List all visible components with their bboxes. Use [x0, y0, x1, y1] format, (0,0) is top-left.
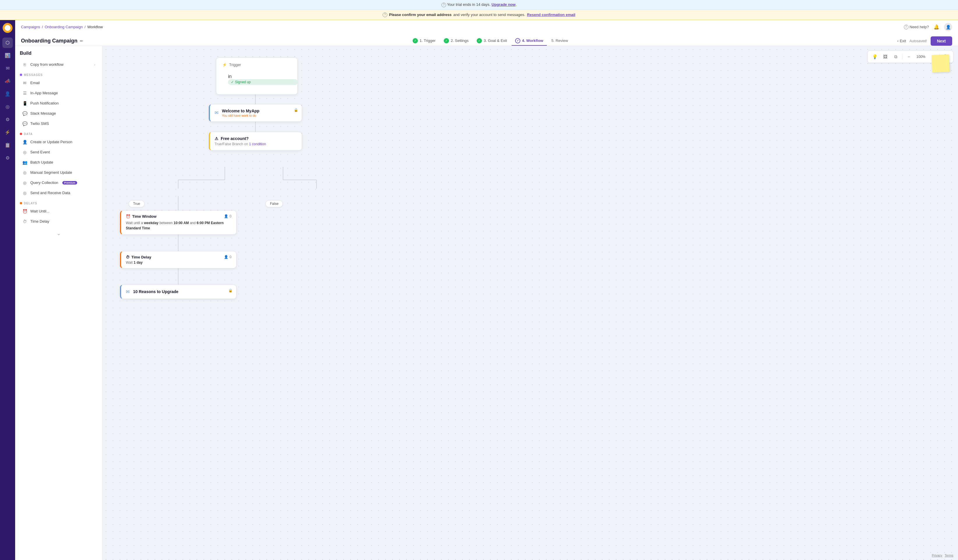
edit-campaign-icon[interactable]: ✏ — [80, 39, 83, 43]
resend-link[interactable]: Resend confirmation email — [527, 13, 576, 17]
branch-node[interactable]: ⚠ Free account? True/False Branch on 1 c… — [209, 132, 302, 150]
image-tool-icon[interactable]: 🖼 — [881, 53, 889, 61]
sidebar-item-inapp[interactable]: ☰ In-App Message — [17, 88, 100, 98]
twilio-label: Twilio SMS — [30, 121, 49, 126]
nav-icon-campaigns[interactable]: ⬡ — [2, 38, 13, 48]
header-right-buttons: ‹ Exit Autosaved! Next — [898, 36, 952, 46]
breadcrumb-campaigns[interactable]: Campaigns — [21, 25, 40, 29]
email1-node[interactable]: ✉ Welcome to MyApp You still have work t… — [209, 104, 302, 122]
sidebar-item-push[interactable]: 📱 Push Notification — [17, 98, 100, 108]
nav-icon-messages[interactable]: ✉ — [2, 63, 13, 74]
td-count-val: 0 — [230, 255, 232, 259]
bulb-tool-icon[interactable]: 💡 — [871, 53, 879, 61]
breadcrumb-campaign[interactable]: Onboarding Campaign — [44, 25, 83, 29]
send-receive-label: Send and Receive Data — [30, 191, 70, 195]
email2-title: 10 Reasons to Upgrade — [133, 289, 179, 294]
step-trigger[interactable]: ✓ 1. Trigger — [409, 36, 439, 46]
sidebar-item-time-delay[interactable]: ⏱ Time Delay — [17, 217, 100, 226]
nav-icon-segments[interactable]: ◎ — [2, 101, 13, 112]
layers-tool-icon[interactable]: ⧉ — [891, 53, 900, 61]
user-avatar[interactable]: 👤 — [944, 23, 952, 31]
campaign-name: Onboarding Campaign — [21, 38, 78, 44]
campaign-title: Onboarding Campaign ✏ — [21, 38, 83, 44]
sidebar-item-manual-segment[interactable]: ◎ Manual Segment Update — [17, 168, 100, 177]
email1-lock-icon: 🔒 — [294, 108, 298, 112]
step-check-workflow: ✓ — [515, 38, 520, 43]
branch-condition-link[interactable]: 1 condition — [249, 142, 266, 146]
terms-link[interactable]: Terms — [945, 554, 953, 557]
copy-label: Copy from workflow — [30, 62, 63, 66]
email-label: Email — [30, 81, 40, 85]
batch-update-icon: 👥 — [22, 160, 27, 165]
sidebar-expand-icon[interactable]: ⌄ — [57, 230, 61, 237]
trigger-in-label: in — [228, 74, 232, 79]
time-window-icon: ⏰ — [126, 214, 130, 218]
sidebar-item-email[interactable]: ✉ Email — [17, 78, 100, 88]
sidebar-title: Build — [15, 51, 102, 59]
next-button[interactable]: Next — [931, 36, 952, 46]
sticky-note[interactable] — [931, 54, 950, 72]
step-review[interactable]: 5. Review — [548, 37, 572, 45]
sidebar-item-create-person[interactable]: 👤 Create or Update Person — [17, 137, 100, 147]
app-logo[interactable] — [3, 23, 13, 33]
premium-badge: Premium — [62, 181, 77, 185]
email1-subtitle: You still have work to do — [222, 114, 259, 117]
time-delay-node[interactable]: ⏱ Time Delay 👤 0 Wait 1 day — [120, 251, 236, 268]
nav-icon-data[interactable]: 📋 — [2, 140, 13, 150]
notifications-icon[interactable]: 🔔 — [934, 24, 939, 30]
exit-label: Exit — [900, 39, 906, 43]
create-person-label: Create or Update Person — [30, 140, 73, 144]
time-window-node[interactable]: ⏰ Time Window 👤 0 Wait until a weekday — [120, 210, 236, 234]
breadcrumb-actions: ? Need help? 🔔 👤 — [904, 23, 952, 31]
help-button[interactable]: ? Need help? — [904, 25, 929, 29]
sidebar-item-slack[interactable]: 💬 Slack Message — [17, 109, 100, 119]
delays-section-label: DELAYS — [15, 198, 102, 206]
twilio-icon: 💬 — [22, 121, 27, 126]
trial-banner: ? Your trial ends in 14 days. Upgrade no… — [0, 0, 958, 10]
data-section-label: DATA — [15, 129, 102, 137]
sidebar-item-batch-update[interactable]: 👥 Batch Update — [17, 157, 100, 168]
toolbar-divider — [902, 54, 902, 60]
trigger-label: Trigger — [229, 63, 241, 67]
sidebar-item-query-collection[interactable]: ◎ Query Collection Premium — [17, 178, 100, 188]
upgrade-link[interactable]: Upgrade now — [492, 2, 515, 7]
step-nav: ✓ 1. Trigger ✓ 2. Settings ✓ 3. Goal & E… — [409, 36, 572, 46]
confirm-icon: ? — [382, 13, 387, 17]
zoom-out-icon[interactable]: − — [905, 53, 913, 61]
copy-from-workflow[interactable]: ⎘ Copy from workflow › — [17, 60, 100, 70]
nav-icon-people[interactable]: 👤 — [2, 89, 13, 99]
signed-up-icon: ✓ — [231, 80, 234, 84]
step-workflow[interactable]: ✓ 4. Workflow — [512, 36, 547, 46]
trigger-node[interactable]: ⚡ Trigger in ✓ Signed up — [216, 58, 298, 95]
nav-icon-analytics[interactable]: 📊 — [2, 51, 13, 61]
connector-svg — [103, 46, 958, 560]
send-event-label: Send Event — [30, 150, 50, 154]
exit-button[interactable]: ‹ Exit — [898, 39, 906, 43]
time-delay-node-icon: ⏱ — [126, 255, 130, 259]
sidebar-item-wait-until[interactable]: ⏰ Wait Until... — [17, 206, 100, 216]
email-icon: ✉ — [22, 81, 27, 85]
step-check-settings: ✓ — [444, 38, 449, 43]
messages-section-label: MESSAGES — [15, 70, 102, 78]
step-goal-exit[interactable]: ✓ 3. Goal & Exit — [473, 36, 510, 46]
sidebar-item-send-receive[interactable]: ◎ Send and Receive Data — [17, 188, 100, 198]
push-label: Push Notification — [30, 101, 59, 105]
query-collection-icon: ◎ — [22, 180, 27, 185]
sidebar-item-twilio[interactable]: 💬 Twilio SMS — [17, 119, 100, 129]
nav-icon-integrations[interactable]: ⚙ — [2, 114, 13, 125]
sidebar-item-send-event[interactable]: ◎ Send Event — [17, 147, 100, 157]
trial-text: Your trial ends in 14 days. — [447, 2, 490, 7]
wait-until-label: Wait Until... — [30, 209, 49, 214]
nav-icon-settings[interactable]: ⚙ — [2, 153, 13, 163]
step-settings[interactable]: ✓ 2. Settings — [440, 36, 472, 46]
email2-node[interactable]: ✉ 10 Reasons to Upgrade 🔒 — [120, 285, 236, 299]
person-icon: 👤 — [224, 214, 228, 218]
privacy-link[interactable]: Privacy — [932, 554, 942, 557]
email1-icon: ✉ — [215, 110, 218, 115]
wait-until-icon: ⏰ — [22, 209, 27, 214]
nav-icon-broadcast[interactable]: 📣 — [2, 76, 13, 87]
inapp-label: In-App Message — [30, 91, 58, 95]
nav-icon-automation[interactable]: ⚡ — [2, 127, 13, 138]
time-delay-label: Time Delay — [30, 219, 49, 223]
manual-segment-icon: ◎ — [22, 170, 27, 175]
